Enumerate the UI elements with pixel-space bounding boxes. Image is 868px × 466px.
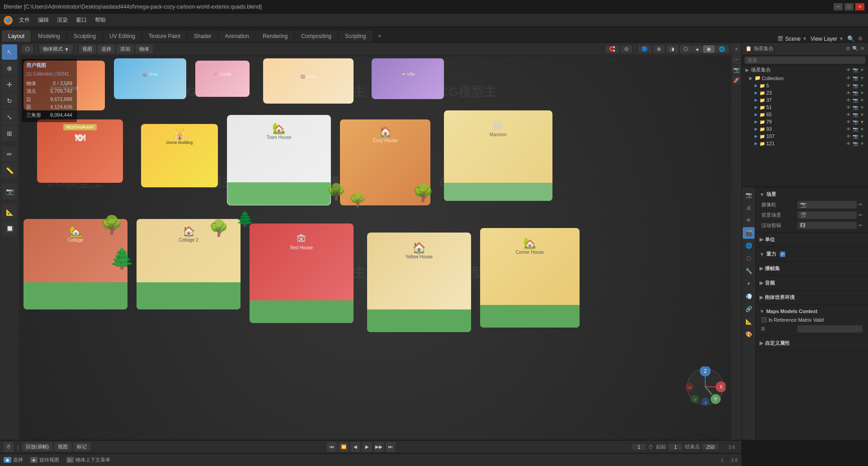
prop-tab-output[interactable]: 🖨 [743, 202, 755, 214]
jump-back-btn[interactable]: ⏪ [339, 442, 349, 452]
timeline-editor-type[interactable]: ⏱ [4, 442, 14, 452]
outliner-item-107[interactable]: ▶ 📁 107 👁 📷 ▼ [742, 133, 868, 140]
bg-edit-icon[interactable]: ✏ [859, 212, 863, 218]
fly-mode-btn[interactable]: 🚀 [732, 76, 741, 85]
camera-icon[interactable]: 📷 [853, 67, 858, 72]
close-button[interactable]: ✕ [855, 3, 864, 10]
add-tool[interactable]: 📷 [2, 184, 17, 199]
navigation-gizmo[interactable]: Z X Y -Z -X -Y [685, 366, 726, 407]
audio-section-header[interactable]: ▶ 音频 [756, 278, 868, 288]
transform-tool[interactable]: ⊞ [2, 126, 17, 141]
tab-sculpting[interactable]: Sculpting [67, 30, 102, 42]
camera-view-btn[interactable]: 📷 [732, 65, 741, 74]
tab-rendering[interactable]: Rendering [256, 30, 294, 42]
view-menu-button[interactable]: 视图 [79, 45, 96, 53]
outliner-item-65[interactable]: ▶ 📁 65 👁 📷 ▼ [742, 111, 868, 118]
isref-check[interactable]: Is Reference Matrix Valid [761, 317, 824, 323]
view-layer-selector[interactable]: View Layer ▼ [811, 36, 844, 42]
prop-tab-view[interactable]: 👁 [743, 214, 755, 226]
keyframe-section-header[interactable]: ▶ 播帧集 [756, 263, 868, 274]
eye-icon[interactable]: 👁 [846, 67, 851, 72]
filter-topbar-icon[interactable]: ⚙ [858, 36, 863, 42]
xray-button[interactable]: ◑ [666, 45, 678, 53]
scene-selector[interactable]: 🎬 Scene ▼ [777, 36, 807, 42]
select-tool[interactable]: ↖ [2, 44, 17, 60]
eye-icon-coll[interactable]: 👁 [846, 76, 851, 81]
tab-modeling[interactable]: Modeling [32, 30, 66, 42]
cursor-tool[interactable]: ⊕ [2, 61, 17, 76]
select-menu-button[interactable]: 选择 [98, 45, 115, 53]
play-btn[interactable]: ▶ [362, 442, 372, 452]
current-frame-box[interactable]: 1 [632, 444, 646, 450]
clip-edit-icon[interactable]: ✏ [859, 223, 863, 228]
menu-window[interactable]: 窗口 [72, 15, 90, 25]
snap-button[interactable]: 🧲 [605, 45, 619, 53]
tab-animation[interactable]: Animation [219, 30, 255, 42]
minimize-button[interactable]: ─ [834, 3, 843, 10]
outliner-item-93[interactable]: ▶ 📁 93 👁 📷 ▼ [742, 125, 868, 133]
cam-icon-coll[interactable]: 📷 [853, 76, 858, 81]
gravity-enable-check[interactable]: ✓ [780, 252, 787, 257]
extra-tool-2[interactable]: 🔲 [2, 221, 17, 236]
material-shading[interactable]: ◉ [703, 45, 715, 53]
extra-tool-1[interactable]: 📐 [2, 204, 17, 220]
zoom-in-btn[interactable]: + [732, 44, 741, 53]
menu-render[interactable]: 渲染 [53, 15, 71, 25]
step-back-btn[interactable]: ◀ [350, 442, 360, 452]
prop-tab-scene[interactable]: 🎬 [743, 227, 755, 239]
outliner-item-23[interactable]: ▶ 📁 23 👁 📷 ▼ [742, 89, 868, 96]
tab-shader[interactable]: Shader [188, 30, 218, 42]
rendered-shading[interactable]: 🌐 [715, 45, 729, 53]
timeline-view-menu[interactable]: 视图 [54, 442, 71, 451]
flt-icon-coll[interactable]: ▼ [860, 76, 864, 81]
prop-tab-modifiers[interactable]: 🔧 [743, 265, 755, 277]
outliner-search-icon[interactable]: 🔍 [852, 46, 859, 52]
filter-icon[interactable]: ▼ [860, 67, 864, 72]
search-topbar-icon[interactable]: 🔍 [847, 35, 854, 42]
prop-tab-data[interactable]: 📐 [743, 316, 755, 328]
clip-prop-value[interactable]: 🎞 [797, 222, 857, 229]
end-frame-box[interactable]: 250 [703, 444, 718, 450]
camera-edit-icon[interactable]: ✏ [859, 202, 863, 208]
prop-tab-particles[interactable]: ✦ [743, 278, 755, 290]
add-workspace-button[interactable]: + [373, 29, 386, 42]
r-prop-value[interactable] [797, 325, 863, 333]
proportional-button[interactable]: ⊙ [621, 45, 632, 53]
outliner-item-37[interactable]: ▶ 📁 37 👁 📷 ▼ [742, 96, 868, 104]
tab-scripting[interactable]: Scripting [339, 30, 373, 42]
playback-menu[interactable]: 回放(插帧) [22, 442, 52, 451]
prop-tab-constraints[interactable]: 🔗 [743, 303, 755, 315]
menu-edit[interactable]: 编辑 [34, 15, 52, 25]
maximize-button[interactable]: □ [844, 3, 854, 10]
object-menu-button[interactable]: 物体 [136, 45, 153, 53]
maps-section-header[interactable]: ▼ Maps Models Context [756, 307, 868, 316]
menu-help[interactable]: 帮助 [91, 15, 109, 25]
rotate-tool[interactable]: ↻ [2, 93, 17, 109]
scale-tool[interactable]: ⤡ [2, 109, 17, 125]
wireframe-shading[interactable]: ⬡ [680, 45, 692, 53]
outliner-item-5[interactable]: ▶ 📁 5 👁 📷 ▼ [742, 82, 868, 89]
prop-tab-material[interactable]: 🎨 [743, 328, 755, 340]
outliner-sync-icon[interactable]: ⟳ [860, 46, 864, 52]
start-frame-box[interactable]: 1 [669, 444, 682, 450]
tab-layout[interactable]: Layout [2, 30, 31, 42]
measure-tool[interactable]: 📏 [2, 163, 17, 178]
step-fwd-btn[interactable]: ▶▶ [374, 442, 384, 452]
jump-to-start-btn[interactable]: ⏮ [327, 442, 337, 452]
outliner-scene-collection[interactable]: ▶ 场景集合 👁 📷 ▼ [742, 66, 868, 74]
gravity-section-header[interactable]: ▼ 重力 ✓ [756, 249, 868, 259]
outliner-item-121[interactable]: ▶ 📁 121 👁 📷 ▼ [742, 140, 868, 147]
material-preview-button[interactable]: 🔵 [638, 45, 651, 53]
prop-tab-world[interactable]: 🌐 [743, 240, 755, 252]
overlay-button[interactable]: ⊕ [653, 45, 665, 53]
outliner-item-79[interactable]: ▶ 📁 79 👁 📷 ▼ [742, 118, 868, 125]
move-tool[interactable]: ✛ [2, 77, 17, 92]
prop-tab-object[interactable]: ⬡ [743, 252, 755, 264]
marker-menu[interactable]: 标记 [73, 442, 90, 451]
outliner-search-input[interactable] [745, 57, 865, 64]
solid-shading[interactable]: ● [692, 46, 703, 53]
zoom-out-btn[interactable]: − [732, 55, 741, 64]
add-menu-button[interactable]: 添加 [117, 45, 134, 53]
annotate-tool[interactable]: ✏ [2, 147, 17, 162]
tab-compositing[interactable]: Compositing [295, 30, 338, 42]
